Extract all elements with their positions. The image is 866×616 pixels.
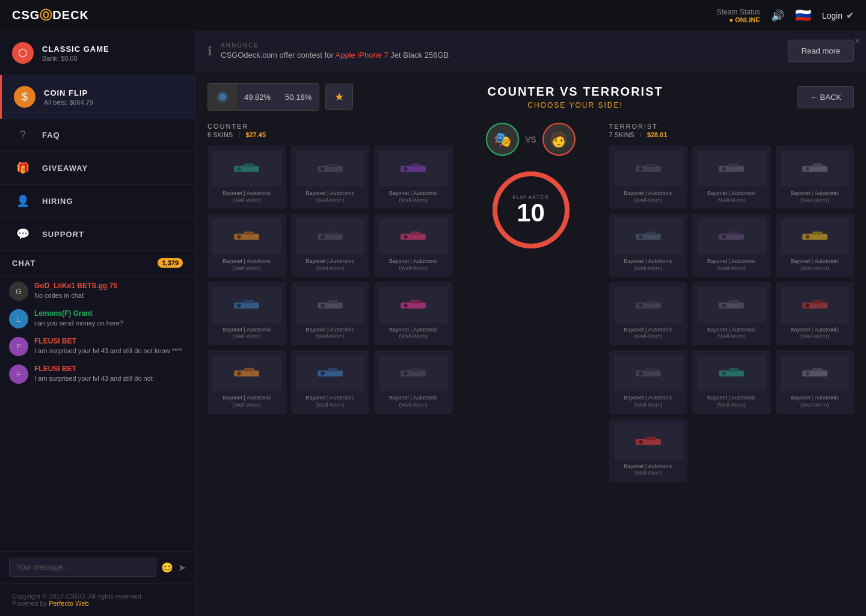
skin-image — [212, 150, 281, 186]
skin-image — [697, 287, 766, 323]
login-button[interactable]: Login ✔ — [822, 10, 854, 21]
terrorist-meta: 7 SKINS / $28.01 — [609, 131, 855, 138]
announcement-bar: ℹ ANNONCE CSGOdeck.com offer contest for… — [195, 31, 866, 71]
skin-image — [379, 355, 448, 391]
skin-card[interactable]: Bayonet | Autotronic(Well-Worn) — [374, 146, 453, 209]
perfecto-web-link[interactable]: Perfecto Web — [49, 600, 88, 607]
svg-point-25 — [321, 303, 325, 307]
avatar: F — [9, 337, 28, 356]
svg-rect-30 — [244, 368, 254, 372]
chat-section: CHAT 1,379 G GoD_LiiKe1 BETS.gg 75 No co… — [0, 251, 195, 583]
svg-rect-9 — [411, 164, 421, 167]
faq-label: FAQ — [42, 131, 60, 140]
skin-card[interactable]: Bayonet | Autotronic(Well-Worn) — [776, 282, 855, 345]
sidebar-item-support[interactable]: 💬 SUPPORT — [0, 218, 195, 251]
svg-rect-33 — [328, 368, 338, 372]
svg-rect-12 — [244, 232, 254, 235]
counter-skins-count: 6 SKINS — [207, 131, 233, 138]
skin-card[interactable]: Bayonet | Autotronic(Well-Worn) — [207, 282, 286, 345]
star-button[interactable]: ★ — [325, 84, 353, 110]
skin-card[interactable]: Bayonet | Autotronic(Well-Worn) — [609, 282, 688, 345]
skin-image — [614, 424, 683, 460]
versus-title: COUNTER VS TERRORIST — [449, 85, 701, 99]
send-button[interactable]: ➤ — [178, 562, 186, 573]
skin-name: Bayonet | Autotronic(Well-Worn) — [379, 190, 448, 204]
chat-message: L Lemons(F) Grant can you send money on … — [9, 309, 186, 328]
chat-message: F FLEUSI BET I am surprised your lvl 43 … — [9, 337, 186, 356]
volume-icon[interactable]: 🔊 — [771, 9, 784, 22]
svg-point-1 — [219, 93, 226, 100]
terrorist-skins-grid: Bayonet | Autotronic(Well-Worn) Bayonet … — [609, 146, 855, 482]
skin-name: Bayonet | Autotronic(Well-Worn) — [296, 190, 365, 204]
skin-card[interactable]: Bayonet | Autotronic(Well-Worn) — [374, 282, 453, 345]
chat-count: 1,379 — [158, 258, 183, 268]
sidebar-item-coin-flip[interactable]: $ COIN FLIP All bets: $664.79 — [0, 75, 195, 119]
skin-image — [296, 355, 365, 391]
skin-card[interactable]: Bayonet | Autotronic(Well-Worn) — [609, 146, 688, 209]
svg-rect-77 — [646, 436, 656, 440]
chat-label: CHAT — [12, 259, 35, 268]
main-layout: ⬡ CLASSIC GAME Bank: $0.00 $ COIN FLIP A… — [0, 31, 866, 616]
skin-card[interactable]: Bayonet | Autotronic(Well-Worn) — [692, 214, 771, 277]
svg-point-54 — [722, 235, 726, 239]
skin-card[interactable]: Bayonet | Autotronic(Well-Worn) — [374, 350, 453, 413]
svg-point-63 — [722, 303, 726, 307]
player2-avatar: 🧑 — [542, 123, 576, 156]
counter-skins-grid: Bayonet | Autotronic(Well-Worn) Bayonet … — [207, 146, 453, 414]
info-icon: ℹ — [207, 44, 212, 58]
svg-rect-6 — [328, 164, 338, 167]
skin-card[interactable]: Bayonet | Autotronic(Well-Worn) — [776, 214, 855, 277]
skin-card[interactable]: Bayonet | Autotronic(Well-Worn) — [207, 350, 286, 413]
svg-point-7 — [321, 167, 325, 171]
skin-name: Bayonet | Autotronic(Well-Worn) — [212, 190, 281, 204]
skin-card[interactable]: Bayonet | Autotronic(Well-Worn) — [609, 214, 688, 277]
counter-meta: 6 SKINS / $27.45 — [207, 131, 453, 138]
steam-online-status: ● ONLINE — [717, 16, 760, 23]
skin-name: Bayonet | Autotronic(Well-Worn) — [614, 395, 683, 408]
skin-card[interactable]: Bayonet | Autotronic(Well-Worn) — [692, 146, 771, 209]
skin-image — [212, 355, 281, 391]
close-announcement-button[interactable]: ✕ — [854, 36, 861, 46]
sidebar: ⬡ CLASSIC GAME Bank: $0.00 $ COIN FLIP A… — [0, 31, 195, 616]
skin-card[interactable]: Bayonet | Autotronic(Well-Worn) — [609, 419, 688, 482]
skin-card[interactable]: Bayonet | Autotronic(Well-Worn) — [776, 146, 855, 209]
skin-name: Bayonet | Autotronic(Well-Worn) — [614, 327, 683, 340]
read-more-button[interactable]: Read more — [788, 40, 854, 62]
timer-content: FLIP AFTER 10 — [512, 194, 548, 226]
sidebar-item-faq[interactable]: ? FAQ — [0, 119, 195, 152]
skin-image — [614, 287, 683, 323]
back-button[interactable]: ← BACK — [797, 86, 854, 108]
skin-name: Bayonet | Autotronic(Well-Worn) — [296, 395, 365, 408]
skin-card[interactable]: Bayonet | Autotronic(Well-Worn) — [692, 350, 771, 413]
skin-card[interactable]: Bayonet | Autotronic(Well-Worn) — [776, 350, 855, 413]
logo: CSGⓄDECK — [12, 7, 89, 23]
skin-card[interactable]: Bayonet | Autotronic(Well-Worn) — [207, 146, 286, 209]
pct-right-value: 50.18% — [278, 87, 319, 108]
sidebar-item-giveaway[interactable]: 🎁 GIVEAWAY — [0, 152, 195, 185]
skin-card[interactable]: Bayonet | Autotronic(Well-Worn) — [291, 214, 370, 277]
vs-text: VS — [525, 135, 536, 144]
counter-header: COUNTER 6 SKINS / $27.45 — [207, 123, 453, 138]
emoji-button[interactable]: 😊 — [161, 562, 173, 573]
skin-card[interactable]: Bayonet | Autotronic(Well-Worn) — [609, 350, 688, 413]
skin-card[interactable]: Bayonet | Autotronic(Well-Worn) — [207, 214, 286, 277]
skin-card[interactable]: Bayonet | Autotronic(Well-Worn) — [692, 282, 771, 345]
classic-game-bank: Bank: $0.00 — [42, 55, 109, 62]
skin-card[interactable]: Bayonet | Autotronic(Well-Worn) — [291, 146, 370, 209]
chat-message-text: I am surprised your lvl 43 and still do … — [34, 346, 182, 356]
skin-card[interactable]: Bayonet | Autotronic(Well-Worn) — [374, 214, 453, 277]
sidebar-footer: Copyright © 2017 CSGO. All rights reserv… — [0, 583, 195, 616]
sidebar-item-hiring[interactable]: 👤 HIRING — [0, 185, 195, 218]
svg-point-10 — [404, 167, 408, 171]
svg-point-45 — [722, 167, 726, 171]
sidebar-item-classic-game[interactable]: ⬡ CLASSIC GAME Bank: $0.00 — [0, 31, 195, 75]
skin-card[interactable]: Bayonet | Autotronic(Well-Worn) — [291, 350, 370, 413]
chat-input[interactable] — [9, 558, 156, 577]
skin-card[interactable]: Bayonet | Autotronic(Well-Worn) — [291, 282, 370, 345]
giveaway-icon: 🎁 — [12, 161, 34, 174]
skin-image — [379, 218, 448, 254]
ann-text-before: CSGOdeck.com offer contest for — [221, 51, 334, 60]
language-flag[interactable]: 🇷🇺 — [795, 8, 811, 23]
ann-highlight: Apple iPhone 7 — [336, 51, 388, 60]
svg-point-48 — [805, 167, 809, 171]
